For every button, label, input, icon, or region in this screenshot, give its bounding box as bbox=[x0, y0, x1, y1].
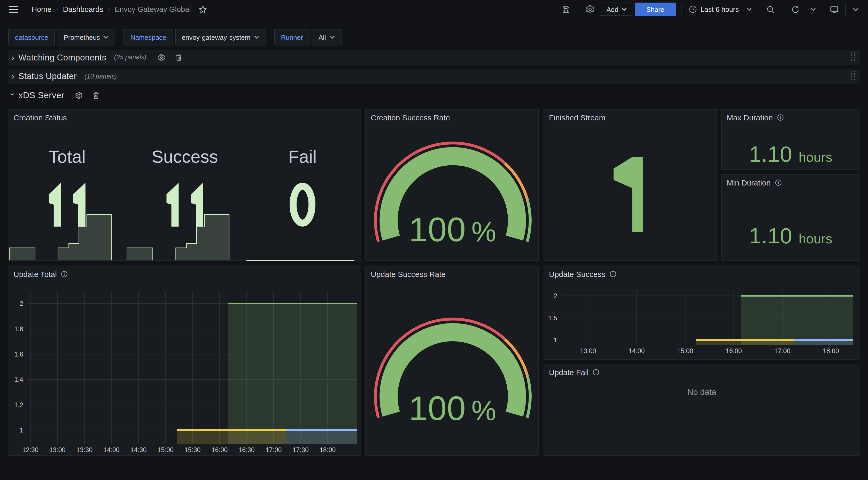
svg-text:1.4: 1.4 bbox=[14, 376, 23, 383]
panel-title[interactable]: Update Success bbox=[549, 270, 605, 278]
refresh-icon bbox=[791, 5, 800, 14]
stat-value-success: 11 bbox=[126, 175, 244, 235]
svg-text:14:00: 14:00 bbox=[628, 347, 645, 355]
svg-text:17:30: 17:30 bbox=[292, 446, 309, 453]
svg-text:2: 2 bbox=[553, 292, 557, 299]
panel-title[interactable]: Creation Status bbox=[13, 113, 67, 122]
panel-finished-stream: Finished Stream 1 bbox=[543, 109, 718, 261]
monitor-icon bbox=[830, 5, 839, 14]
creation-success-rate-gauge: 100% bbox=[366, 109, 539, 261]
stat-value-fail: 0 bbox=[244, 175, 362, 235]
drag-handle-icon[interactable] bbox=[851, 52, 856, 61]
collapse-nav-button[interactable] bbox=[850, 5, 861, 13]
row-panel-count: (25 panels) bbox=[114, 54, 147, 61]
breadcrumb-home[interactable]: Home bbox=[32, 5, 52, 13]
stat-label-success: Success bbox=[126, 147, 244, 167]
update-success-chart: 13:0014:0015:0016:0017:0018:0011.52 bbox=[544, 266, 861, 359]
svg-text:1.5: 1.5 bbox=[548, 314, 557, 322]
star-icon bbox=[199, 5, 208, 14]
zoom-out-button[interactable] bbox=[764, 3, 777, 16]
panel-title[interactable]: Update Total bbox=[13, 270, 57, 278]
zoom-out-icon bbox=[766, 5, 775, 14]
svg-text:15:00: 15:00 bbox=[157, 446, 174, 453]
svg-text:%: % bbox=[471, 216, 496, 247]
top-nav: Home › Dashboards › Envoy Gateway Global… bbox=[0, 0, 868, 19]
drag-handle-icon[interactable] bbox=[851, 71, 856, 80]
svg-text:15:00: 15:00 bbox=[677, 347, 693, 355]
chevron-down-icon bbox=[103, 36, 109, 39]
chevron-down-icon bbox=[811, 8, 816, 11]
svg-text:13:30: 13:30 bbox=[76, 446, 93, 453]
panel-max-duration: Max Duration 1.10 hours bbox=[721, 109, 860, 170]
svg-text:17:00: 17:00 bbox=[266, 446, 282, 453]
chevron-down-icon bbox=[747, 8, 752, 11]
panel-update-success-rate: Update Success Rate 100% bbox=[365, 266, 539, 455]
svg-text:1.2: 1.2 bbox=[14, 401, 23, 409]
row-xds-server[interactable]: › xDS Server bbox=[8, 89, 99, 102]
panel-title[interactable]: Min Duration bbox=[727, 178, 771, 187]
panel-title[interactable]: Finished Stream bbox=[549, 113, 605, 122]
update-success-rate-gauge: 100% bbox=[366, 266, 539, 455]
svg-text:100: 100 bbox=[409, 210, 466, 248]
stat-value-total: 11 bbox=[8, 175, 126, 235]
trash-icon[interactable] bbox=[92, 91, 99, 99]
save-dashboard-button[interactable] bbox=[560, 3, 572, 16]
breadcrumb-current[interactable]: Envoy Gateway Global bbox=[115, 5, 191, 13]
hamburger-icon bbox=[9, 6, 18, 13]
row-title[interactable]: Watching Components bbox=[18, 53, 106, 62]
svg-text:13:00: 13:00 bbox=[580, 347, 596, 355]
variable-select-runner[interactable]: All bbox=[312, 29, 342, 46]
info-icon[interactable] bbox=[610, 271, 616, 277]
chevron-down-icon bbox=[852, 7, 859, 11]
panel-title[interactable]: Update Success Rate bbox=[371, 270, 445, 278]
trash-icon[interactable] bbox=[176, 54, 183, 61]
share-button[interactable]: Share bbox=[635, 3, 676, 16]
variable-label-datasource: datasource bbox=[8, 29, 55, 46]
info-icon[interactable] bbox=[775, 179, 781, 186]
breadcrumb-separator: › bbox=[55, 6, 59, 13]
divider bbox=[845, 4, 846, 15]
panel-title[interactable]: Max Duration bbox=[727, 113, 773, 122]
time-range-button[interactable]: Last 6 hours bbox=[687, 3, 753, 16]
variable-select-namespace[interactable]: envoy-gateway-system bbox=[175, 29, 266, 46]
svg-text:18:00: 18:00 bbox=[823, 347, 839, 355]
svg-text:15:30: 15:30 bbox=[184, 446, 201, 453]
info-icon[interactable] bbox=[777, 114, 783, 121]
chevron-down-icon bbox=[330, 36, 335, 39]
max-duration-unit: hours bbox=[799, 149, 832, 164]
svg-text:18:00: 18:00 bbox=[319, 446, 336, 453]
refresh-button[interactable] bbox=[789, 3, 802, 16]
info-icon[interactable] bbox=[593, 369, 599, 376]
svg-text:1.8: 1.8 bbox=[14, 325, 23, 332]
info-icon[interactable] bbox=[61, 271, 68, 277]
refresh-interval-button[interactable] bbox=[809, 6, 818, 13]
row-watching-components[interactable]: › Watching Components (25 panels) bbox=[8, 50, 860, 65]
breadcrumb-dashboards[interactable]: Dashboards bbox=[63, 5, 103, 13]
gear-icon[interactable] bbox=[75, 91, 83, 99]
panel-min-duration: Min Duration 1.10 hours bbox=[721, 174, 860, 261]
max-duration-value: 1.10 bbox=[749, 141, 792, 166]
svg-text:1: 1 bbox=[20, 426, 23, 434]
panel-title[interactable]: Update Fail bbox=[549, 368, 588, 377]
grafana-dashboard: Home › Dashboards › Envoy Gateway Global… bbox=[0, 0, 868, 480]
variable-select-datasource[interactable]: Prometheus bbox=[57, 29, 116, 46]
dashboard-settings-button[interactable] bbox=[583, 3, 597, 16]
panel-update-total: Update Total 12:3013:0013:3014:0014:3015… bbox=[8, 266, 361, 455]
panel-creation-status: Creation Status Total 11 Success 11 Fail… bbox=[8, 109, 361, 261]
panel-title[interactable]: Creation Success Rate bbox=[371, 113, 450, 122]
row-status-updater[interactable]: › Status Updater (10 panels) bbox=[8, 69, 860, 84]
gear-icon[interactable] bbox=[158, 54, 165, 61]
tv-mode-button[interactable] bbox=[828, 3, 841, 16]
finished-stream-value: 1 bbox=[544, 125, 717, 261]
variables-row: datasource Prometheus Namespace envoy-ga… bbox=[8, 29, 342, 46]
add-button[interactable]: Add bbox=[601, 3, 632, 16]
stat-label-total: Total bbox=[8, 147, 126, 167]
row-title[interactable]: xDS Server bbox=[18, 90, 64, 100]
favorite-button[interactable] bbox=[196, 3, 210, 16]
min-duration-unit: hours bbox=[799, 231, 832, 246]
variable-label-namespace: Namespace bbox=[124, 29, 173, 46]
svg-text:17:00: 17:00 bbox=[774, 347, 790, 355]
chevron-right-icon: › bbox=[11, 72, 14, 81]
row-title[interactable]: Status Updater bbox=[18, 71, 77, 81]
menu-button[interactable] bbox=[7, 4, 20, 15]
